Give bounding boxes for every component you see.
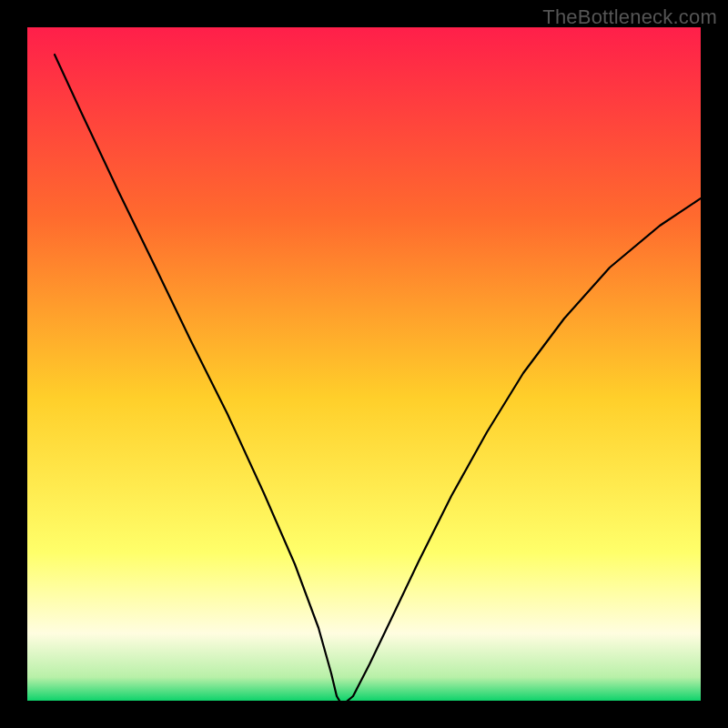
chart-svg <box>27 27 701 701</box>
plot-area <box>27 27 701 701</box>
chart-frame: TheBottleneck.com <box>0 0 728 728</box>
watermark-text: TheBottleneck.com <box>542 5 717 29</box>
gradient-background <box>27 27 701 701</box>
